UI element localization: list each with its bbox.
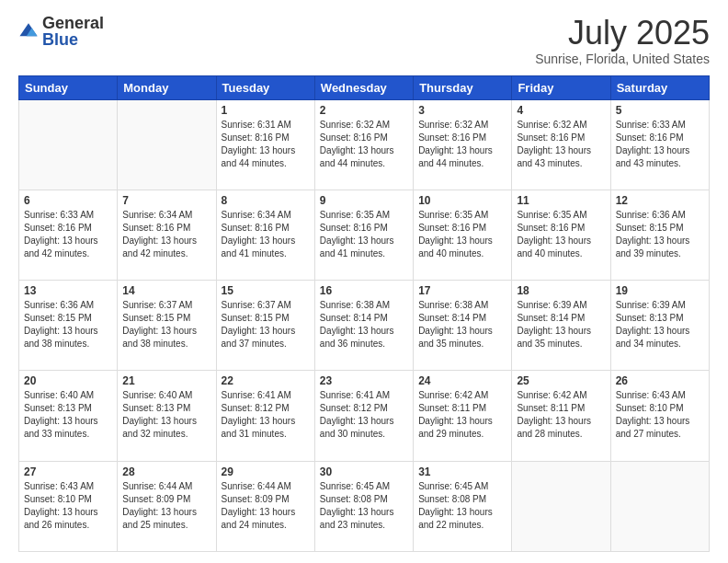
day-header-tuesday: Tuesday: [216, 75, 314, 99]
day-info: Sunrise: 6:33 AM Sunset: 8:16 PM Dayligh…: [616, 119, 704, 170]
calendar-cell: 10Sunrise: 6:35 AM Sunset: 8:16 PM Dayli…: [414, 190, 512, 280]
day-number: 2: [320, 104, 408, 117]
day-info: Sunrise: 6:41 AM Sunset: 8:12 PM Dayligh…: [222, 389, 310, 441]
calendar-cell: 9Sunrise: 6:35 AM Sunset: 8:16 PM Daylig…: [314, 190, 413, 280]
day-info: Sunrise: 6:31 AM Sunset: 8:16 PM Dayligh…: [222, 119, 310, 170]
day-number: 20: [24, 374, 112, 387]
logo: General Blue: [18, 15, 104, 48]
day-number: 5: [616, 104, 704, 117]
day-info: Sunrise: 6:32 AM Sunset: 8:16 PM Dayligh…: [418, 119, 506, 170]
calendar-cell: 2Sunrise: 6:32 AM Sunset: 8:16 PM Daylig…: [314, 99, 413, 190]
day-info: Sunrise: 6:35 AM Sunset: 8:16 PM Dayligh…: [418, 209, 506, 260]
day-info: Sunrise: 6:44 AM Sunset: 8:09 PM Dayligh…: [222, 480, 310, 532]
week-row-1: 1Sunrise: 6:31 AM Sunset: 8:16 PM Daylig…: [19, 99, 710, 190]
calendar-cell: [118, 99, 216, 190]
calendar-cell: 17Sunrise: 6:38 AM Sunset: 8:14 PM Dayli…: [414, 281, 512, 371]
day-info: Sunrise: 6:42 AM Sunset: 8:11 PM Dayligh…: [418, 389, 506, 441]
day-info: Sunrise: 6:43 AM Sunset: 8:10 PM Dayligh…: [24, 480, 112, 532]
calendar-cell: 14Sunrise: 6:37 AM Sunset: 8:15 PM Dayli…: [118, 281, 216, 371]
week-row-5: 27Sunrise: 6:43 AM Sunset: 8:10 PM Dayli…: [19, 461, 710, 551]
day-number: 11: [517, 194, 605, 207]
day-info: Sunrise: 6:34 AM Sunset: 8:16 PM Dayligh…: [122, 209, 210, 260]
calendar-cell: [610, 461, 709, 551]
logo-text: General Blue: [42, 15, 104, 48]
calendar-cell: 30Sunrise: 6:45 AM Sunset: 8:08 PM Dayli…: [314, 461, 413, 551]
location: Sunrise, Florida, United States: [535, 52, 710, 66]
calendar-header-row: SundayMondayTuesdayWednesdayThursdayFrid…: [19, 75, 710, 99]
day-number: 12: [616, 194, 704, 207]
week-row-2: 6Sunrise: 6:33 AM Sunset: 8:16 PM Daylig…: [19, 190, 710, 280]
day-number: 13: [24, 284, 112, 297]
calendar-cell: 20Sunrise: 6:40 AM Sunset: 8:13 PM Dayli…: [19, 371, 118, 461]
month-year: July 2025: [535, 15, 710, 52]
calendar-cell: 23Sunrise: 6:41 AM Sunset: 8:12 PM Dayli…: [314, 371, 413, 461]
calendar-cell: 28Sunrise: 6:44 AM Sunset: 8:09 PM Dayli…: [118, 461, 216, 551]
day-info: Sunrise: 6:33 AM Sunset: 8:16 PM Dayligh…: [24, 209, 112, 260]
day-info: Sunrise: 6:44 AM Sunset: 8:09 PM Dayligh…: [122, 480, 210, 532]
day-info: Sunrise: 6:35 AM Sunset: 8:16 PM Dayligh…: [320, 209, 408, 260]
day-number: 25: [517, 374, 605, 387]
calendar-cell: 6Sunrise: 6:33 AM Sunset: 8:16 PM Daylig…: [19, 190, 118, 280]
day-info: Sunrise: 6:42 AM Sunset: 8:11 PM Dayligh…: [517, 389, 605, 441]
logo-general-text: General: [42, 15, 104, 31]
calendar-cell: 31Sunrise: 6:45 AM Sunset: 8:08 PM Dayli…: [414, 461, 512, 551]
day-header-monday: Monday: [118, 75, 216, 99]
day-info: Sunrise: 6:38 AM Sunset: 8:14 PM Dayligh…: [320, 299, 408, 350]
day-number: 27: [24, 465, 112, 478]
day-number: 6: [24, 194, 112, 207]
calendar-cell: 8Sunrise: 6:34 AM Sunset: 8:16 PM Daylig…: [216, 190, 314, 280]
day-number: 14: [122, 284, 210, 297]
day-header-friday: Friday: [512, 75, 610, 99]
calendar-cell: 26Sunrise: 6:43 AM Sunset: 8:10 PM Dayli…: [610, 371, 709, 461]
calendar-cell: 29Sunrise: 6:44 AM Sunset: 8:09 PM Dayli…: [216, 461, 314, 551]
day-number: 31: [418, 465, 506, 478]
day-number: 29: [222, 465, 310, 478]
day-info: Sunrise: 6:36 AM Sunset: 8:15 PM Dayligh…: [24, 299, 112, 350]
header: General Blue July 2025 Sunrise, Florida,…: [18, 15, 710, 66]
calendar-cell: 24Sunrise: 6:42 AM Sunset: 8:11 PM Dayli…: [414, 371, 512, 461]
calendar-cell: 18Sunrise: 6:39 AM Sunset: 8:14 PM Dayli…: [512, 281, 610, 371]
calendar-cell: [512, 461, 610, 551]
day-number: 3: [418, 104, 506, 117]
day-number: 15: [222, 284, 310, 297]
title-section: July 2025 Sunrise, Florida, United State…: [535, 15, 710, 66]
day-header-saturday: Saturday: [610, 75, 709, 99]
day-number: 30: [320, 465, 408, 478]
day-info: Sunrise: 6:40 AM Sunset: 8:13 PM Dayligh…: [24, 389, 112, 441]
day-info: Sunrise: 6:39 AM Sunset: 8:14 PM Dayligh…: [517, 299, 605, 350]
day-info: Sunrise: 6:39 AM Sunset: 8:13 PM Dayligh…: [616, 299, 704, 350]
day-info: Sunrise: 6:35 AM Sunset: 8:16 PM Dayligh…: [517, 209, 605, 260]
calendar-cell: 11Sunrise: 6:35 AM Sunset: 8:16 PM Dayli…: [512, 190, 610, 280]
calendar-cell: 22Sunrise: 6:41 AM Sunset: 8:12 PM Dayli…: [216, 371, 314, 461]
day-info: Sunrise: 6:32 AM Sunset: 8:16 PM Dayligh…: [517, 119, 605, 170]
day-number: 21: [122, 374, 210, 387]
calendar-cell: [19, 99, 118, 190]
page: General Blue July 2025 Sunrise, Florida,…: [0, 0, 728, 563]
calendar-cell: 16Sunrise: 6:38 AM Sunset: 8:14 PM Dayli…: [314, 281, 413, 371]
day-info: Sunrise: 6:37 AM Sunset: 8:15 PM Dayligh…: [122, 299, 210, 350]
logo-icon: [18, 21, 39, 41]
day-number: 10: [418, 194, 506, 207]
day-number: 8: [222, 194, 310, 207]
day-info: Sunrise: 6:32 AM Sunset: 8:16 PM Dayligh…: [320, 119, 408, 170]
calendar-table: SundayMondayTuesdayWednesdayThursdayFrid…: [18, 75, 710, 552]
day-info: Sunrise: 6:41 AM Sunset: 8:12 PM Dayligh…: [320, 389, 408, 441]
day-number: 18: [517, 284, 605, 297]
day-info: Sunrise: 6:38 AM Sunset: 8:14 PM Dayligh…: [418, 299, 506, 350]
day-info: Sunrise: 6:45 AM Sunset: 8:08 PM Dayligh…: [320, 480, 408, 532]
day-number: 19: [616, 284, 704, 297]
day-number: 22: [222, 374, 310, 387]
calendar-cell: 1Sunrise: 6:31 AM Sunset: 8:16 PM Daylig…: [216, 99, 314, 190]
day-info: Sunrise: 6:37 AM Sunset: 8:15 PM Dayligh…: [222, 299, 310, 350]
day-info: Sunrise: 6:34 AM Sunset: 8:16 PM Dayligh…: [222, 209, 310, 260]
calendar-cell: 21Sunrise: 6:40 AM Sunset: 8:13 PM Dayli…: [118, 371, 216, 461]
logo-blue-text: Blue: [42, 31, 104, 48]
week-row-3: 13Sunrise: 6:36 AM Sunset: 8:15 PM Dayli…: [19, 281, 710, 371]
day-number: 26: [616, 374, 704, 387]
day-header-sunday: Sunday: [19, 75, 118, 99]
day-number: 9: [320, 194, 408, 207]
day-number: 16: [320, 284, 408, 297]
calendar-cell: 27Sunrise: 6:43 AM Sunset: 8:10 PM Dayli…: [19, 461, 118, 551]
calendar-cell: 13Sunrise: 6:36 AM Sunset: 8:15 PM Dayli…: [19, 281, 118, 371]
day-number: 1: [222, 104, 310, 117]
